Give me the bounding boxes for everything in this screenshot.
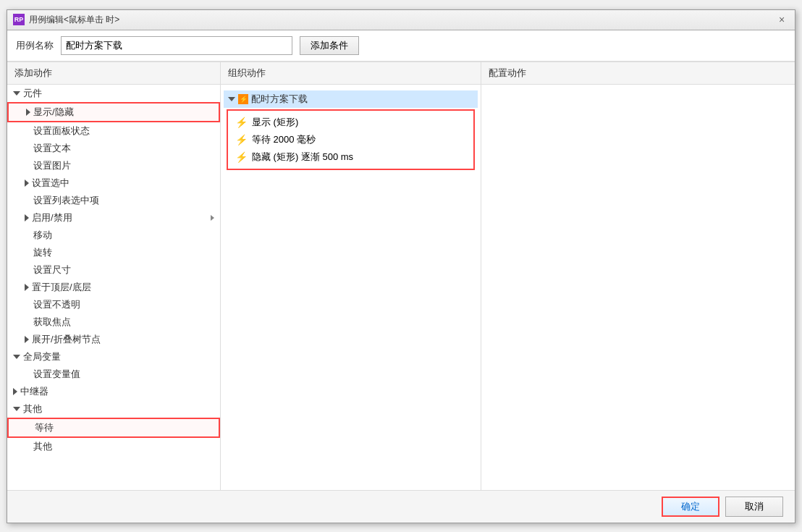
set-selected-label: 设置选中	[32, 177, 69, 190]
add-action-header: 添加动作	[7, 62, 220, 85]
tree-area: 元件 显示/隐藏 设置面板状态 设置文本 设置图片 设	[7, 85, 220, 490]
columns-area: 添加动作 元件 显示/隐藏 设置面板状态 设置文本	[7, 62, 795, 490]
add-condition-button[interactable]: 添加条件	[300, 36, 359, 55]
action-item-hide[interactable]: ⚡ 隐藏 (矩形) 逐渐 500 ms	[231, 148, 470, 166]
configure-action-header: 配置动作	[481, 62, 795, 85]
enable-disable-label: 启用/禁用	[32, 211, 72, 224]
group-icon: ⚡	[238, 94, 248, 104]
configure-area	[481, 85, 795, 490]
wait-label: 等待	[35, 421, 54, 434]
tree-group-other[interactable]: 其他	[7, 400, 220, 418]
cancel-button[interactable]: 取消	[725, 497, 783, 517]
tree-group-global-vars[interactable]: 全局变量	[7, 348, 220, 366]
elements-label: 元件	[23, 87, 42, 100]
tree-item-move[interactable]: 移动	[7, 227, 220, 244]
tree-item-set-selected[interactable]: 设置选中	[7, 174, 220, 192]
organize-area: ⚡ 配时方案下载 ⚡ 显示 (矩形) ⚡ 等待 2000 毫秒	[221, 85, 481, 490]
show-hide-expand-icon	[26, 109, 30, 116]
lightning-icon-2: ⚡	[235, 134, 248, 145]
tree-item-wait[interactable]: 等待	[7, 418, 220, 438]
set-text-label: 设置文本	[33, 142, 71, 155]
set-list-label: 设置列表选中项	[33, 194, 99, 207]
set-selected-expand-icon	[25, 180, 29, 187]
tree-item-rotate[interactable]: 旋转	[7, 244, 220, 261]
other-item-label: 其他	[33, 440, 52, 453]
case-name-input[interactable]	[61, 36, 292, 55]
tree-group-elements[interactable]: 元件	[7, 85, 220, 102]
other-label: 其他	[23, 402, 42, 415]
global-vars-label: 全局变量	[23, 350, 61, 363]
lightning-icon-1: ⚡	[235, 117, 248, 128]
organize-action-header: 组织动作	[221, 62, 481, 85]
tree-item-set-text[interactable]: 设置文本	[7, 140, 220, 157]
tree-item-focus[interactable]: 获取焦点	[7, 313, 220, 331]
organize-group: ⚡ 配时方案下载 ⚡ 显示 (矩形) ⚡ 等待 2000 毫秒	[224, 90, 478, 170]
enable-disable-expand-icon	[25, 214, 29, 221]
tree-item-other[interactable]: 其他	[7, 438, 220, 455]
tree-item-z-order[interactable]: 置于顶层/底层	[7, 279, 220, 296]
lightning-icon-3: ⚡	[235, 151, 248, 163]
set-size-label: 设置尺寸	[33, 263, 71, 276]
tree-item-opacity[interactable]: 设置不透明	[7, 296, 220, 313]
app-icon: RP	[13, 14, 25, 25]
panel-state-label: 设置面板状态	[33, 124, 90, 138]
focus-label: 获取焦点	[33, 316, 71, 329]
expand-tree-expand-icon	[25, 336, 29, 343]
tree-item-set-var[interactable]: 设置变量值	[7, 366, 220, 383]
confirm-button[interactable]: 确定	[662, 497, 719, 517]
organize-action-column: 组织动作 ⚡ 配时方案下载 ⚡ 显示 (矩形) ⚡	[221, 62, 481, 490]
tree-item-show-hide[interactable]: 显示/隐藏	[7, 102, 220, 122]
dialog-title: 用例编辑<鼠标单击 时>	[29, 14, 119, 26]
enable-disable-arrow	[211, 215, 214, 221]
action-show-label: 显示 (矩形)	[252, 116, 298, 129]
action-item-show[interactable]: ⚡ 显示 (矩形)	[231, 114, 470, 131]
toolbar: 用例名称 添加条件	[7, 30, 795, 62]
action-item-wait[interactable]: ⚡ 等待 2000 毫秒	[231, 131, 470, 148]
rotate-label: 旋转	[33, 246, 52, 259]
tree-item-expand-tree[interactable]: 展开/折叠树节点	[7, 331, 220, 348]
tree-item-panel-state[interactable]: 设置面板状态	[7, 122, 220, 140]
elements-expand-icon	[13, 91, 20, 96]
action-hide-label: 隐藏 (矩形) 逐渐 500 ms	[252, 151, 353, 164]
other-expand-icon	[13, 407, 20, 411]
z-order-label: 置于顶层/底层	[32, 281, 91, 294]
show-hide-label: 显示/隐藏	[33, 106, 74, 119]
global-vars-expand-icon	[13, 355, 20, 359]
tree-group-relay[interactable]: 中继器	[7, 383, 220, 400]
organize-group-header[interactable]: ⚡ 配时方案下载	[224, 90, 478, 108]
close-button[interactable]: ×	[774, 12, 789, 27]
set-var-label: 设置变量值	[33, 368, 80, 381]
action-wait-label: 等待 2000 毫秒	[252, 133, 316, 146]
add-action-column: 添加动作 元件 显示/隐藏 设置面板状态 设置文本	[7, 62, 221, 490]
relay-expand-icon	[13, 388, 17, 395]
action-items-box: ⚡ 显示 (矩形) ⚡ 等待 2000 毫秒 ⚡ 隐藏 (矩形) 逐渐 500 …	[227, 109, 475, 170]
relay-label: 中继器	[20, 385, 48, 398]
footer: 确定 取消	[7, 490, 795, 523]
configure-action-column: 配置动作	[481, 62, 795, 490]
group-expand-icon	[228, 97, 235, 101]
tree-item-set-list[interactable]: 设置列表选中项	[7, 192, 220, 209]
group-name: 配时方案下载	[251, 93, 308, 106]
move-label: 移动	[33, 229, 52, 242]
title-bar: RP 用例编辑<鼠标单击 时> ×	[7, 10, 795, 30]
z-order-expand-icon	[25, 284, 29, 291]
tree-item-set-image[interactable]: 设置图片	[7, 157, 220, 174]
title-bar-left: RP 用例编辑<鼠标单击 时>	[13, 14, 119, 26]
dialog: RP 用例编辑<鼠标单击 时> × 用例名称 添加条件 添加动作 元件	[7, 9, 795, 523]
opacity-label: 设置不透明	[33, 298, 80, 311]
expand-tree-label: 展开/折叠树节点	[32, 333, 101, 346]
name-label: 用例名称	[16, 39, 54, 52]
set-image-label: 设置图片	[33, 159, 71, 172]
tree-item-set-size[interactable]: 设置尺寸	[7, 261, 220, 279]
tree-item-enable-disable[interactable]: 启用/禁用	[7, 209, 220, 227]
